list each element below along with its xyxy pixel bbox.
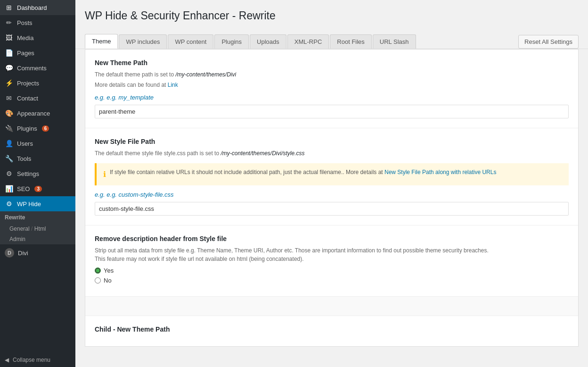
- tab-wp-content[interactable]: WP content: [168, 34, 213, 49]
- pages-icon: 📄: [5, 49, 13, 57]
- sidebar-item-settings[interactable]: ⚙ Settings: [0, 166, 75, 181]
- new-style-file-path-title: New Style File Path: [95, 138, 569, 145]
- general-link[interactable]: General: [9, 225, 30, 232]
- sidebar-item-seo[interactable]: 📊 SEO 3: [0, 181, 75, 196]
- sidebar-item-wphide[interactable]: ⚙ WP Hide: [0, 196, 75, 211]
- sidebar-item-comments[interactable]: 💬 Comments: [0, 60, 75, 75]
- radio-yes-row: Yes: [95, 267, 569, 274]
- radio-no-row: No: [95, 277, 569, 284]
- wphide-icon: ⚙: [5, 200, 13, 208]
- seo-badge: 3: [34, 186, 42, 192]
- sidebar-link-admin[interactable]: Admin: [0, 234, 75, 244]
- radio-yes-label: Yes: [104, 267, 114, 274]
- sidebar-item-posts[interactable]: ✏ Posts: [0, 15, 75, 30]
- new-theme-path-title: New Theme Path: [95, 59, 569, 67]
- new-theme-path-desc: The default theme path is set to /my-con…: [95, 70, 569, 79]
- plugins-badge: 6: [42, 125, 49, 132]
- child-new-theme-path-title: Child - New Theme Path: [95, 325, 569, 333]
- sidebar-item-users[interactable]: 👤 Users: [0, 136, 75, 151]
- new-theme-path-example: e.g. e.g. my_template: [95, 94, 569, 101]
- sidebar-item-projects[interactable]: ⚡ Projects: [0, 75, 75, 91]
- new-style-file-path-desc: The default theme style file style.css p…: [95, 149, 569, 158]
- new-theme-path-input[interactable]: [95, 105, 569, 118]
- tab-plugins[interactable]: Plugins: [214, 34, 249, 49]
- remove-description-title: Remove description header from Style fil…: [95, 235, 569, 242]
- tab-xml-rpc[interactable]: XML-RPC: [287, 34, 329, 49]
- sidebar-item-tools[interactable]: 🔧 Tools: [0, 151, 75, 166]
- sidebar-link-general-html[interactable]: General / Html: [0, 224, 75, 234]
- tab-wp-includes[interactable]: WP includes: [119, 34, 167, 49]
- tab-url-slash[interactable]: URL Slash: [373, 34, 416, 49]
- comments-icon: 💬: [5, 64, 13, 72]
- tab-uploads[interactable]: Uploads: [250, 34, 286, 49]
- dashboard-icon: ⊞: [5, 4, 13, 11]
- projects-icon: ⚡: [5, 79, 13, 87]
- spacer-section: [85, 297, 578, 316]
- info-link[interactable]: New Style File Path along with relative …: [384, 169, 496, 175]
- sidebar-item-plugins[interactable]: 🔌 Plugins 6: [0, 121, 75, 136]
- sidebar-item-divi[interactable]: D Divi: [0, 244, 75, 261]
- main-content: WP Hide & Security Enhancer - Rewrite Th…: [75, 0, 588, 367]
- new-theme-default-path: /my-content/themes/Divi: [175, 71, 236, 78]
- sidebar: ⊞ Dashboard ✏ Posts 🖼 Media 📄 Pages 💬 Co…: [0, 0, 75, 367]
- contact-icon: ✉: [5, 94, 13, 102]
- new-theme-path-link-desc: More details can be found at Link: [95, 81, 569, 89]
- new-style-file-path-input[interactable]: [95, 202, 569, 216]
- page-header: WP Hide & Security Enhancer - Rewrite: [75, 0, 588, 34]
- sidebar-item-contact[interactable]: ✉ Contact: [0, 91, 75, 106]
- new-theme-path-section: New Theme Path The default theme path is…: [85, 50, 578, 128]
- radio-yes-input[interactable]: [95, 267, 101, 274]
- collapse-menu-button[interactable]: ◀ Collapse menu: [0, 353, 75, 367]
- settings-icon: ⚙: [5, 170, 13, 177]
- tools-icon: 🔧: [5, 155, 13, 162]
- new-style-default-path: /my-content/themes/Divi/style.css: [220, 150, 304, 157]
- radio-group: Yes No: [95, 267, 569, 284]
- users-icon: 👤: [5, 140, 13, 147]
- radio-no-label: No: [104, 277, 112, 284]
- new-theme-path-link[interactable]: Link: [168, 82, 178, 88]
- seo-icon: 📊: [5, 185, 13, 192]
- rewrite-label: Rewrite: [0, 211, 75, 224]
- remove-description-section: Remove description header from Style fil…: [85, 225, 578, 297]
- collapse-icon: ◀: [5, 357, 9, 363]
- sidebar-item-appearance[interactable]: 🎨 Appearance: [0, 106, 75, 121]
- divi-icon: D: [5, 248, 14, 258]
- reset-all-settings-button[interactable]: Reset All Settings: [518, 35, 579, 49]
- sidebar-item-pages[interactable]: 📄 Pages: [0, 45, 75, 60]
- page-title: WP Hide & Security Enhancer - Rewrite: [85, 9, 579, 22]
- html-link[interactable]: Html: [34, 225, 46, 232]
- sidebar-rewrite-section: Rewrite General / Html Admin: [0, 211, 75, 244]
- sidebar-item-media[interactable]: 🖼 Media: [0, 30, 75, 45]
- tabs-bar: Theme WP includes WP content Plugins Upl…: [75, 34, 588, 49]
- tab-theme[interactable]: Theme: [85, 34, 118, 49]
- media-icon: 🖼: [5, 34, 13, 42]
- radio-no-input[interactable]: [95, 277, 101, 284]
- appearance-icon: 🎨: [5, 109, 13, 117]
- remove-description-desc: Strip out all meta data from style file …: [95, 246, 569, 263]
- info-icon: ℹ: [103, 168, 106, 181]
- posts-icon: ✏: [5, 19, 13, 26]
- sidebar-item-dashboard[interactable]: ⊞ Dashboard: [0, 0, 75, 15]
- content-area: New Theme Path The default theme path is…: [85, 49, 579, 347]
- child-new-theme-path-section: Child - New Theme Path: [85, 316, 578, 346]
- plugins-icon: 🔌: [5, 125, 13, 132]
- new-style-example: e.g. e.g. custom-style-file.css: [95, 191, 569, 198]
- new-style-file-path-section: New Style File Path The default theme st…: [85, 128, 578, 225]
- tab-root-files[interactable]: Root Files: [330, 34, 372, 49]
- info-box: ℹ If style file contain relative URLs it…: [95, 163, 569, 185]
